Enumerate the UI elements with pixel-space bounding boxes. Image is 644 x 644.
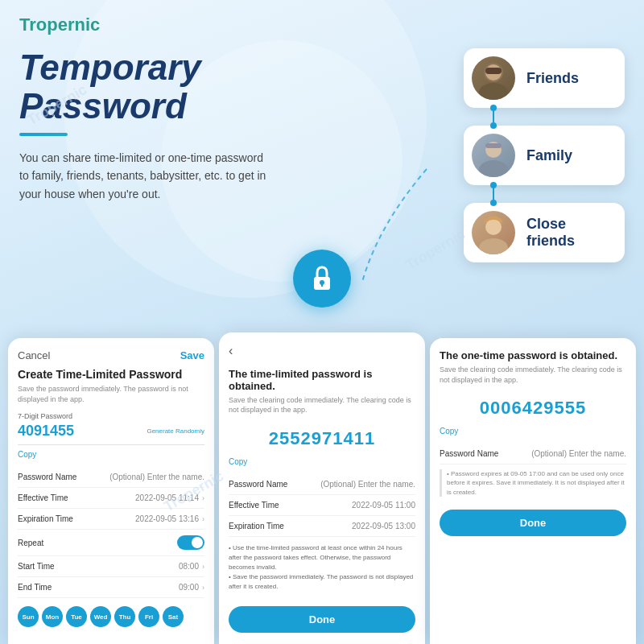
avatar-img-close-friends [472, 211, 515, 254]
end-time-row[interactable]: End Time 09:00 › [18, 577, 204, 598]
person-card-close-friends: Close friends [464, 203, 625, 262]
password-value: 4091455 [18, 423, 74, 440]
chevron-icon-1: › [202, 494, 204, 502]
phone1-header: Cancel Save [18, 349, 204, 361]
phone3-done-button[interactable]: Done [440, 510, 626, 536]
password-name-value: (Optional) Enter the name. [109, 473, 204, 481]
svg-rect-6 [485, 143, 502, 148]
phone2-obtained-title: The time-limited password is obtained. [229, 368, 415, 392]
phone-screen-3: The one-time password is obtained. Save … [430, 338, 636, 644]
phone-screen-1: Cancel Save Create Time-Limited Password… [8, 338, 214, 644]
main-title: Temporary Password [19, 48, 309, 126]
repeat-row: Repeat [18, 530, 204, 556]
day-tue[interactable]: Tue [66, 606, 87, 627]
phone2-effective-time-value: 2022-09-05 11:00 [352, 501, 415, 510]
chevron-icon-4: › [202, 584, 204, 592]
phone2-done-button[interactable]: Done [229, 606, 415, 633]
phone2-note: • Use the time-limited password at least… [229, 543, 415, 592]
person-name-friends: Friends [526, 70, 579, 87]
expiration-time-row[interactable]: Expiration Time 2022-09-05 13:16 › [18, 509, 204, 530]
phone3-note: • Password expires at 09-05 17:00 and ca… [440, 469, 626, 497]
avatar-close-friends [472, 211, 515, 254]
expiration-time-label: Expiration Time [18, 514, 73, 523]
phone2-code: 2552971411 [229, 428, 415, 449]
phone2-obtained-sub: Save the clearing code immediately. The … [229, 395, 415, 415]
title-area: Temporary Password You can share time-li… [19, 48, 309, 203]
day-sat[interactable]: Sat [163, 606, 184, 627]
start-time-label: Start Time [18, 562, 55, 571]
day-mon[interactable]: Mon [42, 606, 63, 627]
phone2-effective-time-row: Effective Time 2022-09-05 11:00 [229, 495, 415, 516]
phone3-obtained-sub: Save the clearing code immediately. The … [440, 365, 626, 385]
phone2-password-name-row: Password Name (Optional) Enter the name. [229, 474, 415, 495]
logo: Tropernic [19, 14, 100, 35]
day-sun[interactable]: Sun [18, 606, 39, 627]
phone1-title: Create Time-Limited Password [18, 368, 204, 381]
svg-rect-11 [321, 283, 323, 287]
effective-time-row[interactable]: Effective Time 2022-09-05 11:14 › [18, 488, 204, 509]
avatar-img-friends [472, 56, 515, 100]
start-time-row[interactable]: Start Time 08:00 › [18, 556, 204, 577]
day-thu[interactable]: Thu [114, 606, 135, 627]
copy-link-3[interactable]: Copy [440, 427, 626, 436]
end-time-value: 09:00 › [179, 583, 204, 592]
svg-point-4 [479, 160, 508, 177]
back-arrow-2[interactable]: ‹ [229, 344, 415, 358]
phone3-password-name-value: (Optional) Enter the name. [531, 449, 626, 458]
phone3-code: 0006429555 [440, 398, 626, 419]
chevron-icon-3: › [202, 563, 204, 571]
end-time-label: End Time [18, 583, 52, 592]
svg-point-7 [479, 238, 508, 254]
day-fri[interactable]: Fri [138, 606, 159, 627]
phone2-password-name-label: Password Name [229, 480, 287, 489]
password-field-label: 7-Digit Password [18, 412, 204, 420]
password-name-row: Password Name (Optional) Enter the name. [18, 467, 204, 488]
person-card-friends: Friends [464, 48, 625, 108]
lock-container [293, 250, 351, 308]
person-cards: Friends Family Close fri [464, 48, 625, 262]
phone2-expiration-time-value: 2022-09-05 13:00 [352, 522, 415, 530]
lock-icon [308, 264, 336, 293]
connector-1 [493, 108, 494, 126]
lock-circle [293, 250, 351, 308]
days-row: Sun Mon Tue Wed Thu Fri Sat [18, 606, 204, 627]
password-input-row: 4091455 Generate Randomly [18, 423, 204, 445]
svg-point-8 [485, 219, 502, 235]
person-name-family: Family [526, 147, 572, 164]
phone2-password-name-value: (Optional) Enter the name. [320, 480, 415, 489]
svg-point-1 [479, 83, 508, 100]
generate-randomly-button[interactable]: Generate Randomly [147, 427, 204, 435]
phone3-password-name-row: Password Name (Optional) Enter the name. [440, 444, 626, 464]
repeat-label: Repeat [18, 539, 43, 547]
avatar-family [472, 134, 515, 177]
phone2-expiration-time-label: Expiration Time [229, 522, 284, 530]
header: Tropernic [19, 14, 100, 35]
connector-2 [493, 185, 494, 203]
person-name-close-friends: Close friends [526, 216, 609, 250]
title-underline [19, 133, 68, 136]
effective-time-label: Effective Time [18, 493, 68, 502]
save-button[interactable]: Save [180, 349, 204, 361]
start-time-value: 08:00 › [179, 562, 204, 571]
phone2-effective-time-label: Effective Time [229, 501, 279, 510]
phone2-expiration-time-row: Expiration Time 2022-09-05 13:00 [229, 516, 415, 537]
expiration-time-value: 2022-09-05 13:16 › [135, 514, 204, 523]
effective-time-value: 2022-09-05 11:14 › [135, 493, 204, 502]
copy-link-2[interactable]: Copy [229, 457, 415, 466]
avatar-img-family [472, 134, 515, 177]
day-wed[interactable]: Wed [90, 606, 111, 627]
phone3-password-name-label: Password Name [440, 449, 498, 458]
phones-row: Cancel Save Create Time-Limited Password… [0, 332, 644, 644]
cancel-button[interactable]: Cancel [18, 349, 50, 361]
person-card-family: Family [464, 126, 625, 185]
copy-link-1[interactable]: Copy [18, 450, 204, 459]
phone3-obtained-title: The one-time password is obtained. [440, 349, 626, 361]
hero-subtitle: You can share time-limited or one-time p… [19, 149, 269, 203]
phone1-subtitle: Save the password immediately. The passw… [18, 384, 204, 404]
repeat-toggle[interactable] [177, 535, 204, 550]
svg-rect-3 [485, 68, 502, 74]
phone-screen-2: ‹ The time-limited password is obtained.… [219, 332, 425, 644]
chevron-icon-2: › [202, 515, 204, 523]
avatar-friends [472, 56, 515, 100]
password-name-label: Password Name [18, 473, 76, 481]
